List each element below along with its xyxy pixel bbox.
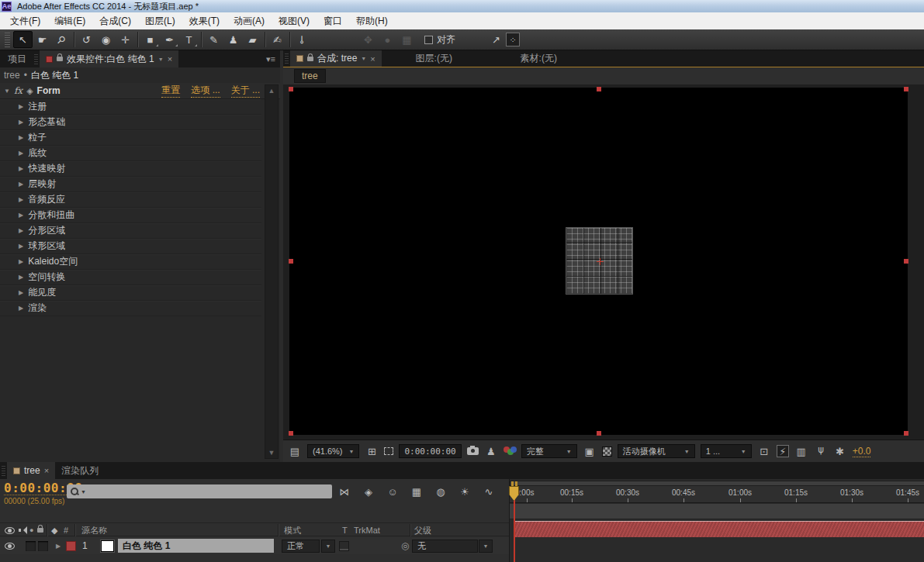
layer-duration-bar[interactable] [514, 521, 924, 537]
expand-triangle-icon[interactable]: ▶ [19, 134, 23, 141]
mini-flowchart-icon[interactable]: ⋈ [335, 484, 354, 499]
effect-group-row[interactable]: ▶能见度 [0, 285, 261, 301]
type-tool[interactable]: T [179, 31, 199, 48]
trkmat-header[interactable]: TrkMat [354, 523, 380, 537]
search-input[interactable]: ▼ [67, 484, 332, 498]
source-name-header[interactable]: 源名称 [81, 523, 107, 537]
expand-triangle-icon[interactable]: ▶ [19, 227, 23, 234]
menu-window[interactable]: 窗口 [317, 12, 349, 30]
selection-tool[interactable]: ↖ [13, 31, 33, 48]
expand-triangle-icon[interactable]: ▶ [19, 289, 23, 296]
brush-tool[interactable]: ✎ [204, 31, 223, 48]
toggle-mask-icon[interactable]: ⊡ [757, 444, 771, 458]
panel-menu-icon[interactable]: ▾≡ [266, 50, 280, 67]
layer-name[interactable]: 白色 纯色 1 [118, 539, 274, 553]
pan-behind-tool[interactable]: ✛ [116, 31, 135, 48]
form-particle-grid[interactable] [566, 227, 633, 295]
show-channels-icon[interactable] [504, 446, 516, 456]
effect-group-row[interactable]: ▶球形区域 [0, 239, 261, 254]
roto-brush-tool[interactable]: ✍ [268, 31, 287, 48]
expand-triangle-icon[interactable]: ▶ [19, 243, 23, 250]
eraser-tool[interactable]: ▰ [243, 31, 262, 48]
scroll-up-icon[interactable]: ▲ [268, 87, 275, 95]
effect-group-row[interactable]: ▶空间转换 [0, 270, 261, 285]
expand-arrow-icon[interactable]: ↗ [486, 31, 506, 48]
layer-switch-box[interactable] [38, 541, 48, 551]
menu-layer[interactable]: 图层(L) [138, 12, 182, 30]
axis-mode-view-icon[interactable]: ▦ [397, 31, 417, 48]
layer-handle[interactable] [904, 431, 908, 436]
chevron-down-icon[interactable]: ▼ [158, 57, 164, 62]
target-region-icon[interactable]: ▣ [583, 444, 597, 458]
layer-handle[interactable] [904, 259, 908, 264]
timeline-button-icon[interactable]: ▥ [794, 444, 808, 458]
menu-animation[interactable]: 动画(A) [227, 12, 272, 30]
effect-group-row[interactable]: ▶粒子 [0, 130, 261, 146]
layer-handle[interactable] [289, 259, 293, 264]
menu-help[interactable]: 帮助(H) [349, 12, 395, 30]
reset-link[interactable]: 重置 [161, 84, 180, 98]
lock-icon[interactable] [307, 57, 313, 61]
parent-header[interactable]: 父级 [414, 523, 431, 537]
scroll-down-icon[interactable]: ▼ [268, 449, 275, 457]
effect-group-row[interactable]: ▶音频反应 [0, 192, 261, 208]
resolution-dropdown[interactable]: 完整 ▼ [521, 444, 577, 458]
parent-dropdown[interactable]: 无 [412, 540, 478, 553]
collapse-triangle-icon[interactable]: ▼ [4, 88, 10, 95]
lock-icon[interactable] [57, 57, 63, 61]
layer-handle[interactable] [289, 431, 293, 436]
pen-tool[interactable]: ✒ [160, 31, 179, 48]
effect-group-row[interactable]: ▶注册 [0, 99, 261, 115]
rotate-tool[interactable]: ↺ [77, 31, 96, 48]
flowchart-icon[interactable]: ⋔ [814, 444, 828, 458]
layer-label-swatch[interactable] [66, 541, 76, 551]
effect-group-row[interactable]: ▶Kaleido空间 [0, 254, 261, 270]
view-layout-dropdown[interactable]: 1 ... ▼ [701, 444, 752, 458]
chevron-down-icon[interactable]: ▼ [81, 489, 86, 495]
tab-timeline-tree[interactable]: tree × [7, 462, 55, 479]
snapshot-icon[interactable] [467, 447, 479, 455]
blend-mode-dropdown[interactable]: 正常 [282, 540, 320, 553]
close-icon[interactable]: × [44, 466, 49, 475]
view-options-icon[interactable]: ▤ [288, 444, 302, 458]
close-icon[interactable]: × [168, 54, 172, 64]
effect-group-row[interactable]: ▶渲染 [0, 301, 261, 316]
anchor-point-icon[interactable] [597, 258, 604, 265]
tab-footage[interactable]: 素材:(无) [486, 50, 591, 67]
region-of-interest-icon[interactable] [384, 447, 393, 455]
shy-icon[interactable]: ☺ [383, 484, 402, 499]
effect-group-row[interactable]: ▶底纹 [0, 146, 261, 161]
layer-row[interactable]: ▶ 1 白色 纯色 1 正常 ▼ ◎ 无 ▼ [0, 537, 509, 554]
shape-tool[interactable]: ■ [140, 31, 160, 48]
preview-timecode[interactable]: 0:00:00:00 [399, 444, 461, 458]
layer-handle[interactable] [904, 87, 908, 91]
about-link[interactable]: 关于 ... [231, 84, 260, 98]
expand-triangle-icon[interactable]: ▶ [19, 212, 23, 219]
expand-triangle-icon[interactable]: ▶ [19, 165, 23, 172]
brainstorm-icon[interactable]: ☀ [455, 484, 474, 499]
expand-triangle-icon[interactable]: ▶ [19, 305, 23, 312]
expand-triangle-icon[interactable]: ▶ [19, 150, 23, 157]
effect-group-row[interactable]: ▶层映射 [0, 177, 261, 192]
parent-pickwhip-icon[interactable]: ◎ [401, 537, 409, 554]
expand-triangle-icon[interactable]: ▶ [19, 274, 23, 281]
parent-chevron[interactable]: ▼ [479, 540, 493, 553]
graph-editor-icon[interactable]: ∿ [479, 484, 498, 499]
solid-color-swatch[interactable] [101, 540, 114, 552]
blend-mode-chevron[interactable]: ▼ [321, 540, 335, 553]
camera-tool[interactable]: ◉ [96, 31, 116, 48]
time-ruler[interactable]: 0:00s 00:15s 00:30s 00:45s 01:00s 01:15s… [510, 486, 924, 503]
snap-checkbox[interactable] [424, 36, 433, 44]
expand-triangle-icon[interactable]: ▶ [19, 181, 23, 188]
frame-blend-icon[interactable]: ▦ [407, 484, 426, 499]
layer-handle[interactable] [289, 87, 293, 91]
transparency-grid-icon[interactable] [602, 446, 612, 457]
comp-canvas[interactable] [289, 88, 908, 435]
effect-group-row[interactable]: ▶快速映射 [0, 161, 261, 177]
tab-effect-controls[interactable]: 效果控件:白色 纯色 1 ▼ × [40, 50, 178, 67]
effect-group-row[interactable]: ▶分形区域 [0, 223, 261, 239]
puppet-pin-tool[interactable]: ⊸ [294, 30, 311, 50]
mode-header[interactable]: 模式 [284, 523, 301, 537]
layer-handle[interactable] [597, 87, 601, 91]
layer-expand-icon[interactable]: ▶ [56, 537, 61, 554]
